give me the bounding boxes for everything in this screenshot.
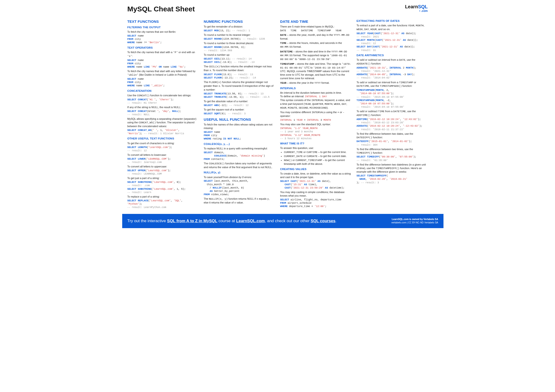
- code-block: SELECT MOD(13, 2); -- result: 1: [204, 29, 275, 32]
- para: YEAR – stores the year in the YYYY forma…: [280, 81, 351, 85]
- para: To fetch the city names that start with …: [127, 50, 199, 58]
- heading-concatenation: CONCATENATION: [127, 89, 199, 93]
- code-block: SELECT YEAR(CAST('2021-12-31' AS date));…: [357, 32, 428, 52]
- list-item: CURRENT_DATE or CURDATE – to get the cur…: [284, 154, 351, 158]
- heading-what-time: WHAT TIME IS IT?: [280, 142, 351, 146]
- para: To extract a part of a date, use the fun…: [357, 24, 428, 31]
- heading-date-arith: DATE ARITHMETICS: [357, 54, 428, 57]
- para: The NULLIF(x, y) function returns NULL i…: [204, 197, 275, 205]
- heading-text-functions: TEXT FUNCTIONS: [127, 19, 199, 24]
- heading-creating-values: CREATING VALUES: [280, 167, 351, 171]
- para: To convert all letters to uppercase:: [127, 165, 199, 168]
- para: To get the absolute value of a number:: [204, 100, 275, 103]
- para: To answer this question, use:: [280, 146, 351, 150]
- code-block: SELECT CONCAT_WS(' ', 1, 'Olivier', 'Nor…: [127, 128, 199, 135]
- code-block: SELECT CEIL(13.1); -- result: 14 SELECT …: [204, 57, 275, 64]
- para: You may skip casting in simple condition…: [280, 190, 351, 198]
- columns: TEXT FUNCTIONS FILTERING THE OUTPUT To f…: [127, 17, 428, 210]
- logo-com: • .com: [405, 9, 428, 12]
- para: DATE – stores the year, month, and day i…: [280, 33, 351, 41]
- footer-license: vertabelo.com | CC BY-NC-ND Vertabelo SA: [391, 221, 438, 224]
- para: You may also use the standard SQL syntax…: [280, 123, 351, 126]
- code-block: INTERVAL '1-3' YEAR_MONTH -- 1 year and …: [280, 127, 351, 140]
- para: To find the difference between two times…: [357, 148, 428, 155]
- para: TIME – stores the hours, minutes, and se…: [280, 41, 351, 49]
- heading-intervals: INTERVALS: [280, 86, 351, 90]
- learnsql-logo: LearnSQL • .com: [405, 4, 428, 12]
- code-block: SELECT last_month, this_month, this_mont…: [204, 179, 275, 196]
- heading-other-text: OTHER USEFUL TEXT FUNCTIONS: [127, 137, 199, 141]
- code-block: SELECT TIMEDIFF('09:30:00', '07:55:00');…: [357, 155, 428, 162]
- para: To add or subtract an interval from a DA…: [357, 58, 428, 66]
- footer-right: LearnSQL.com is owned by Vertabelo SA ve…: [391, 218, 438, 224]
- para: To add or subtract an interval from a TI…: [357, 81, 428, 88]
- heading-date-time: DATE AND TIME: [280, 19, 351, 24]
- code-block: SELECT REPLACE('LearnSQL.com', 'SQL', 'P…: [127, 199, 199, 209]
- para: To fetch the city names that are not Ber…: [127, 30, 199, 34]
- code-block: TIMESTAMPADD(MONTH, 2, '2014-06-10 07:55…: [357, 88, 428, 109]
- code-block: SELECT LOWER('LEARNSQL.COM'); -- result:…: [127, 157, 199, 164]
- cheatsheet-page: MySQL Cheat Sheet LearnSQL • .com TEXT F…: [122, 0, 433, 228]
- code-block: SELECT SUBSTRING('LearnSQL.com', 9); -- …: [127, 180, 199, 194]
- para: To create a date, time, or datetime, wri…: [280, 172, 351, 179]
- code-block: SELECT ROUND(1234.56789); -- result: 123…: [204, 37, 275, 41]
- code-block: SELECT name FROM city WHERE name LIKE 'P…: [127, 59, 199, 69]
- code-block: SELECT UPPER('LearnSQL.com'); -- result:…: [127, 169, 199, 176]
- para: To round a number up:: [204, 53, 275, 57]
- para: There are 5 main time-related types in M…: [280, 25, 351, 29]
- logo-learn: Learn: [405, 4, 418, 9]
- para: You may combine different INTERVALs usin…: [280, 111, 351, 118]
- para: To save yourself from division by 0 erro…: [204, 176, 275, 179]
- page-title: MySQL Cheat Sheet: [127, 4, 195, 14]
- code-block: SELECT CONCAT('Hi ', 'there!'); -- resul…: [127, 98, 199, 105]
- code-block: SELECT CONCAT(Great ', 'day', NULL); -- …: [127, 110, 199, 116]
- para: DATETIME – stores the date and time in t…: [280, 50, 351, 61]
- para: Use the CONCAT() function to concatenate…: [127, 94, 199, 98]
- column-3: DATE AND TIME There are 5 main time-rela…: [280, 17, 351, 210]
- code-block: ADDTIME('2018-02-12 10:20:24', '12:43:02…: [357, 118, 428, 131]
- heading-nullif: NULLIF(x, y): [204, 171, 275, 175]
- time-list: CURRENT_TIME or CURTIME – to get the cur…: [284, 150, 351, 165]
- code-block: SELECT name FROM city WHERE rating IS NO…: [204, 130, 275, 141]
- code-block: DATE TIME DATETIME TIMESTAMP YEAR: [280, 29, 351, 32]
- column-2: NUMERIC FUNCTIONS To get the remainder o…: [204, 17, 275, 210]
- para: To get the remainder of a division:: [204, 25, 275, 29]
- heading-text-operators: TEXT OPERATORS: [127, 46, 199, 50]
- footer-left: Try out the interactive SQL from A to Z …: [127, 218, 337, 224]
- para: To replace NULL in a query with somethin…: [204, 147, 275, 150]
- logo-sql: SQL: [418, 4, 428, 9]
- code-block: SELECT LENGTH('LearnSQL.com'); -- result…: [127, 146, 199, 152]
- para: To get the count of characters in a stri…: [127, 142, 199, 145]
- code-block: SELECT SQRT(9); -- result: 3: [204, 112, 275, 115]
- code-block: SELECT FLOOR(13.8); -- result: 13 SELECT…: [204, 73, 275, 79]
- heading-filtering: FILTERING THE OUTPUT: [127, 26, 199, 29]
- para: The CEIL(x) function returns the smalles…: [204, 65, 275, 72]
- para: To add or subtract TIME from a DATETIME,…: [357, 110, 428, 117]
- para: To find the difference between two dates…: [357, 132, 428, 139]
- para: To replace a part of a string:: [127, 195, 199, 199]
- code-block: SELECT name FROM city WHERE name LIKE '_…: [127, 77, 199, 87]
- heading-numeric: NUMERIC FUNCTIONS: [204, 19, 275, 24]
- heading-null: USEFUL NULL FUNCTIONS: [204, 117, 275, 122]
- header: MySQL Cheat Sheet LearnSQL • .com: [127, 4, 428, 14]
- code-block: SELECT airline, flight_no, departure_tim…: [280, 198, 351, 208]
- para: To round a number to three decimal place…: [204, 42, 275, 45]
- code-block: SELECT TIMESTAMPDIFF( WEEK, '2018-02-26'…: [357, 174, 428, 184]
- code-block: ADDDATE('2021-10-31', INTERVAL 2 MONTH);…: [357, 66, 428, 80]
- para: To round a number to its nearest integer…: [204, 33, 275, 37]
- code-block: SELECT ABS(-12); -- result: 12: [204, 104, 275, 107]
- code-block: INTERVAL 1 YEAR + INTERVAL 3 MONTH: [280, 118, 351, 122]
- heading-coalesce: COALESCE(x, y, ...): [204, 142, 275, 146]
- para: The COALESCE() function takes any number…: [204, 162, 275, 169]
- code-block: SELECT TRUNCATE(13.56, 0); -- result: 13…: [204, 92, 275, 99]
- para: If any of the string is NULL, the result…: [127, 106, 199, 109]
- footer: Try out the interactive SQL from A to Z …: [122, 214, 444, 228]
- column-4: EXTRACTING PARTS OF DATES To extract a p…: [357, 17, 428, 210]
- list-item: CURRENT_TIME or CURTIME – to get the cur…: [284, 150, 351, 154]
- footer-owner: LearnSQL.com is owned by Vertabelo SA: [392, 218, 438, 221]
- para: To convert all letters to lowercase:: [127, 153, 199, 157]
- column-1: TEXT FUNCTIONS FILTERING THE OUTPUT To f…: [127, 17, 199, 210]
- para: An interval is the duration between two …: [280, 91, 351, 110]
- code-block: SELECT ROUND(1234.56789, 3); -- result: …: [204, 46, 275, 52]
- code-block: DATEDIFF('2015-01-01', '2014-01-02'); --…: [357, 140, 428, 146]
